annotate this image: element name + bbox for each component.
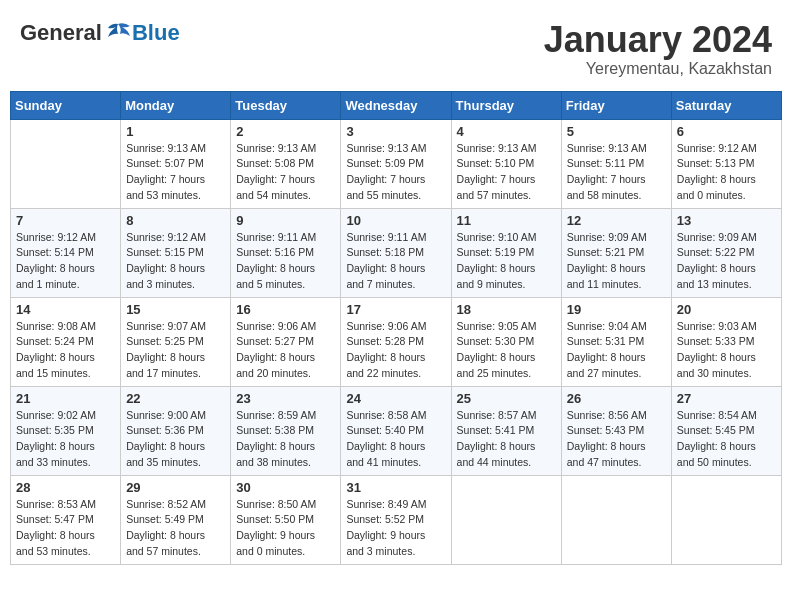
day-number: 20 xyxy=(677,302,776,317)
calendar-cell xyxy=(561,475,671,564)
calendar-table: SundayMondayTuesdayWednesdayThursdayFrid… xyxy=(10,91,782,565)
weekday-header-saturday: Saturday xyxy=(671,91,781,119)
weekday-header-thursday: Thursday xyxy=(451,91,561,119)
day-number: 1 xyxy=(126,124,225,139)
day-number: 10 xyxy=(346,213,445,228)
calendar-cell: 14Sunrise: 9:08 AM Sunset: 5:24 PM Dayli… xyxy=(11,297,121,386)
logo-general-text: General xyxy=(20,20,102,46)
calendar-cell: 13Sunrise: 9:09 AM Sunset: 5:22 PM Dayli… xyxy=(671,208,781,297)
calendar-cell: 16Sunrise: 9:06 AM Sunset: 5:27 PM Dayli… xyxy=(231,297,341,386)
location-subtitle: Yereymentau, Kazakhstan xyxy=(544,60,772,78)
day-number: 13 xyxy=(677,213,776,228)
weekday-header-tuesday: Tuesday xyxy=(231,91,341,119)
calendar-cell: 10Sunrise: 9:11 AM Sunset: 5:18 PM Dayli… xyxy=(341,208,451,297)
calendar-week-row: 1Sunrise: 9:13 AM Sunset: 5:07 PM Daylig… xyxy=(11,119,782,208)
logo-bird-icon xyxy=(104,22,132,44)
day-number: 14 xyxy=(16,302,115,317)
calendar-cell: 11Sunrise: 9:10 AM Sunset: 5:19 PM Dayli… xyxy=(451,208,561,297)
calendar-cell: 20Sunrise: 9:03 AM Sunset: 5:33 PM Dayli… xyxy=(671,297,781,386)
calendar-cell: 31Sunrise: 8:49 AM Sunset: 5:52 PM Dayli… xyxy=(341,475,451,564)
calendar-cell: 7Sunrise: 9:12 AM Sunset: 5:14 PM Daylig… xyxy=(11,208,121,297)
day-info: Sunrise: 8:58 AM Sunset: 5:40 PM Dayligh… xyxy=(346,408,445,471)
day-number: 16 xyxy=(236,302,335,317)
day-info: Sunrise: 8:52 AM Sunset: 5:49 PM Dayligh… xyxy=(126,497,225,560)
day-number: 7 xyxy=(16,213,115,228)
calendar-cell: 8Sunrise: 9:12 AM Sunset: 5:15 PM Daylig… xyxy=(121,208,231,297)
day-info: Sunrise: 9:13 AM Sunset: 5:07 PM Dayligh… xyxy=(126,141,225,204)
calendar-cell: 26Sunrise: 8:56 AM Sunset: 5:43 PM Dayli… xyxy=(561,386,671,475)
calendar-cell: 29Sunrise: 8:52 AM Sunset: 5:49 PM Dayli… xyxy=(121,475,231,564)
calendar-cell: 9Sunrise: 9:11 AM Sunset: 5:16 PM Daylig… xyxy=(231,208,341,297)
day-info: Sunrise: 9:11 AM Sunset: 5:16 PM Dayligh… xyxy=(236,230,335,293)
weekday-header-monday: Monday xyxy=(121,91,231,119)
day-info: Sunrise: 8:49 AM Sunset: 5:52 PM Dayligh… xyxy=(346,497,445,560)
calendar-cell: 6Sunrise: 9:12 AM Sunset: 5:13 PM Daylig… xyxy=(671,119,781,208)
calendar-cell xyxy=(11,119,121,208)
calendar-cell: 27Sunrise: 8:54 AM Sunset: 5:45 PM Dayli… xyxy=(671,386,781,475)
calendar-cell: 17Sunrise: 9:06 AM Sunset: 5:28 PM Dayli… xyxy=(341,297,451,386)
day-number: 21 xyxy=(16,391,115,406)
day-number: 15 xyxy=(126,302,225,317)
day-number: 30 xyxy=(236,480,335,495)
day-number: 6 xyxy=(677,124,776,139)
weekday-header-wednesday: Wednesday xyxy=(341,91,451,119)
calendar-cell: 24Sunrise: 8:58 AM Sunset: 5:40 PM Dayli… xyxy=(341,386,451,475)
day-info: Sunrise: 8:50 AM Sunset: 5:50 PM Dayligh… xyxy=(236,497,335,560)
day-number: 19 xyxy=(567,302,666,317)
day-number: 24 xyxy=(346,391,445,406)
day-info: Sunrise: 9:13 AM Sunset: 5:11 PM Dayligh… xyxy=(567,141,666,204)
day-info: Sunrise: 9:12 AM Sunset: 5:14 PM Dayligh… xyxy=(16,230,115,293)
day-info: Sunrise: 9:09 AM Sunset: 5:21 PM Dayligh… xyxy=(567,230,666,293)
day-info: Sunrise: 9:13 AM Sunset: 5:08 PM Dayligh… xyxy=(236,141,335,204)
day-number: 26 xyxy=(567,391,666,406)
day-info: Sunrise: 8:54 AM Sunset: 5:45 PM Dayligh… xyxy=(677,408,776,471)
calendar-week-row: 28Sunrise: 8:53 AM Sunset: 5:47 PM Dayli… xyxy=(11,475,782,564)
calendar-cell: 5Sunrise: 9:13 AM Sunset: 5:11 PM Daylig… xyxy=(561,119,671,208)
day-info: Sunrise: 9:06 AM Sunset: 5:27 PM Dayligh… xyxy=(236,319,335,382)
day-info: Sunrise: 9:08 AM Sunset: 5:24 PM Dayligh… xyxy=(16,319,115,382)
calendar-cell: 12Sunrise: 9:09 AM Sunset: 5:21 PM Dayli… xyxy=(561,208,671,297)
calendar-cell: 18Sunrise: 9:05 AM Sunset: 5:30 PM Dayli… xyxy=(451,297,561,386)
calendar-cell: 4Sunrise: 9:13 AM Sunset: 5:10 PM Daylig… xyxy=(451,119,561,208)
day-info: Sunrise: 9:13 AM Sunset: 5:10 PM Dayligh… xyxy=(457,141,556,204)
title-block: January 2024 Yereymentau, Kazakhstan xyxy=(544,20,772,78)
day-number: 9 xyxy=(236,213,335,228)
day-number: 22 xyxy=(126,391,225,406)
calendar-cell xyxy=(451,475,561,564)
calendar-cell: 22Sunrise: 9:00 AM Sunset: 5:36 PM Dayli… xyxy=(121,386,231,475)
day-info: Sunrise: 9:12 AM Sunset: 5:15 PM Dayligh… xyxy=(126,230,225,293)
day-number: 25 xyxy=(457,391,556,406)
day-number: 23 xyxy=(236,391,335,406)
day-info: Sunrise: 9:06 AM Sunset: 5:28 PM Dayligh… xyxy=(346,319,445,382)
calendar-cell: 2Sunrise: 9:13 AM Sunset: 5:08 PM Daylig… xyxy=(231,119,341,208)
day-info: Sunrise: 9:03 AM Sunset: 5:33 PM Dayligh… xyxy=(677,319,776,382)
calendar-week-row: 21Sunrise: 9:02 AM Sunset: 5:35 PM Dayli… xyxy=(11,386,782,475)
weekday-header-sunday: Sunday xyxy=(11,91,121,119)
calendar-cell: 25Sunrise: 8:57 AM Sunset: 5:41 PM Dayli… xyxy=(451,386,561,475)
logo-blue-text: Blue xyxy=(132,20,180,46)
day-info: Sunrise: 9:13 AM Sunset: 5:09 PM Dayligh… xyxy=(346,141,445,204)
page-header: General Blue January 2024 Yereymentau, K… xyxy=(10,10,782,83)
day-info: Sunrise: 8:57 AM Sunset: 5:41 PM Dayligh… xyxy=(457,408,556,471)
day-number: 5 xyxy=(567,124,666,139)
day-number: 27 xyxy=(677,391,776,406)
day-number: 11 xyxy=(457,213,556,228)
day-number: 29 xyxy=(126,480,225,495)
day-info: Sunrise: 8:53 AM Sunset: 5:47 PM Dayligh… xyxy=(16,497,115,560)
day-number: 3 xyxy=(346,124,445,139)
calendar-cell: 30Sunrise: 8:50 AM Sunset: 5:50 PM Dayli… xyxy=(231,475,341,564)
calendar-week-row: 7Sunrise: 9:12 AM Sunset: 5:14 PM Daylig… xyxy=(11,208,782,297)
calendar-cell: 21Sunrise: 9:02 AM Sunset: 5:35 PM Dayli… xyxy=(11,386,121,475)
calendar-cell: 15Sunrise: 9:07 AM Sunset: 5:25 PM Dayli… xyxy=(121,297,231,386)
calendar-header-row: SundayMondayTuesdayWednesdayThursdayFrid… xyxy=(11,91,782,119)
calendar-cell: 28Sunrise: 8:53 AM Sunset: 5:47 PM Dayli… xyxy=(11,475,121,564)
day-info: Sunrise: 9:10 AM Sunset: 5:19 PM Dayligh… xyxy=(457,230,556,293)
day-number: 17 xyxy=(346,302,445,317)
logo: General Blue xyxy=(20,20,180,46)
day-number: 31 xyxy=(346,480,445,495)
calendar-cell: 23Sunrise: 8:59 AM Sunset: 5:38 PM Dayli… xyxy=(231,386,341,475)
day-number: 28 xyxy=(16,480,115,495)
day-info: Sunrise: 9:11 AM Sunset: 5:18 PM Dayligh… xyxy=(346,230,445,293)
day-info: Sunrise: 9:02 AM Sunset: 5:35 PM Dayligh… xyxy=(16,408,115,471)
calendar-cell: 3Sunrise: 9:13 AM Sunset: 5:09 PM Daylig… xyxy=(341,119,451,208)
